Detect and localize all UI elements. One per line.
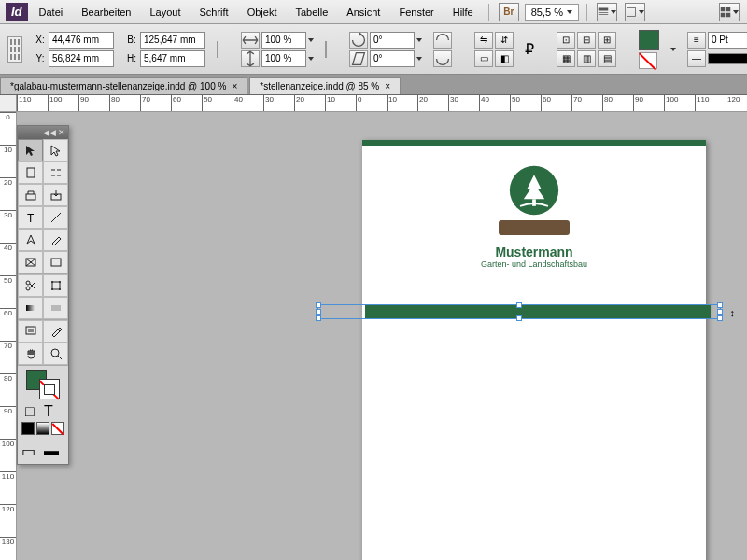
hand-tool[interactable] [18, 343, 43, 365]
scale-y-field[interactable]: 100 % [261, 50, 306, 67]
ruler-origin[interactable] [0, 95, 17, 112]
select-container-icon[interactable]: ▭ [474, 50, 493, 67]
rotation-field[interactable]: 0° [370, 32, 415, 49]
gap-tool[interactable] [43, 161, 68, 184]
menu-fenster[interactable]: Fenster [391, 4, 441, 21]
selection-handle[interactable] [717, 309, 723, 315]
selection-handle[interactable] [516, 302, 522, 308]
content-placer-tool[interactable] [43, 184, 68, 206]
apply-gradient-icon[interactable] [36, 422, 49, 435]
auto-fit-icon[interactable]: ▤ [598, 50, 616, 67]
menu-ansicht[interactable]: Ansicht [339, 4, 388, 21]
width-field[interactable]: 125,647 mm [140, 32, 205, 49]
stroke-swatch[interactable] [39, 379, 60, 399]
gradient-feather-tool[interactable] [43, 297, 68, 319]
zoom-level-dropdown[interactable]: 85,5 % [525, 4, 579, 21]
selected-frame[interactable]: ↕ [317, 304, 721, 319]
menu-layout[interactable]: Layout [142, 4, 188, 21]
menu-tabelle[interactable]: Tabelle [288, 4, 335, 21]
stroke-weight-icon: ≡ [687, 32, 706, 49]
constrain-scale-icon[interactable] [325, 41, 327, 58]
selection-tool[interactable] [18, 139, 43, 161]
menu-objekt[interactable]: Objekt [240, 4, 285, 21]
menu-hilfe[interactable]: Hilfe [445, 4, 481, 21]
scale-x-field[interactable]: 100 % [261, 32, 306, 49]
free-transform-tool[interactable] [43, 274, 68, 297]
resize-cursor-icon: ↕ [730, 307, 736, 318]
document-page[interactable]: Mustermann Garten- und Landschaftsbau [362, 140, 706, 560]
canvas[interactable]: Mustermann Garten- und Landschaftsbau ↕ [17, 112, 747, 560]
flip-v-icon[interactable]: ⇵ [495, 32, 514, 49]
menu-schrift[interactable]: Schrift [192, 4, 236, 21]
close-tab-icon[interactable]: × [232, 81, 237, 91]
flip-h-icon[interactable]: ⇋ [474, 32, 493, 49]
pen-tool[interactable] [18, 229, 43, 251]
gradient-swatch-tool[interactable] [18, 297, 43, 319]
document-tab[interactable]: *galabau-mustermann-stellenanzeige.indd … [0, 77, 247, 94]
fit-content-icon[interactable]: ⊡ [557, 32, 575, 49]
selection-handle[interactable] [717, 315, 723, 321]
direct-selection-tool[interactable] [43, 139, 68, 161]
vertical-ruler[interactable]: 0102030405060708090100110120130 [0, 112, 17, 560]
formatting-text-icon[interactable]: T [44, 403, 61, 418]
y-position-field[interactable]: 56,824 mm [49, 50, 114, 67]
svg-rect-18 [51, 259, 61, 266]
page-tool[interactable] [18, 161, 43, 184]
close-tab-icon[interactable]: × [385, 81, 390, 91]
selection-handle[interactable] [316, 315, 321, 321]
bridge-button[interactable]: Br [499, 3, 519, 21]
fill-color-swatch[interactable] [639, 30, 659, 50]
height-field[interactable]: 5,647 mm [140, 50, 205, 67]
selection-handle[interactable] [717, 302, 723, 308]
selection-handle[interactable] [516, 315, 522, 321]
svg-line-14 [51, 213, 61, 222]
stroke-style-field[interactable] [708, 53, 747, 64]
formatting-container-icon[interactable]: □ [25, 403, 42, 418]
tools-panel[interactable]: ◀◀✕ T [17, 125, 69, 465]
preview-mode-icon[interactable]: ▬ [44, 442, 64, 460]
selection-handle[interactable] [316, 309, 321, 315]
pencil-tool[interactable] [43, 229, 68, 251]
rectangle-frame-tool[interactable] [18, 251, 43, 273]
apply-none-icon[interactable] [51, 422, 64, 435]
menu-bearbeiten[interactable]: Bearbeiten [74, 4, 138, 21]
horizontal-ruler[interactable]: 1101009080706050403020100102030405060708… [17, 95, 747, 112]
select-content-icon[interactable]: ◧ [495, 50, 514, 67]
line-tool[interactable] [43, 206, 68, 229]
constrain-wh-icon[interactable] [217, 41, 218, 58]
rectangle-tool[interactable] [43, 251, 68, 273]
menu-datei[interactable]: Datei [32, 4, 71, 21]
rotate-ccw-icon[interactable] [433, 50, 452, 67]
apply-color-icon[interactable] [21, 422, 35, 435]
view-options-button[interactable] [597, 3, 617, 21]
reference-point-selector[interactable] [7, 36, 22, 63]
app-logo: Id [6, 3, 28, 21]
panel-title-bar[interactable]: ◀◀✕ [18, 126, 68, 139]
center-content-icon[interactable]: ⊞ [598, 32, 616, 49]
arrange-documents-button[interactable] [719, 3, 740, 21]
svg-rect-4 [721, 7, 726, 11]
selection-handle[interactable] [316, 302, 321, 308]
fill-stroke-swatch[interactable] [26, 370, 60, 399]
eyedropper-tool[interactable] [43, 320, 68, 343]
shear-field[interactable]: 0° [370, 50, 415, 67]
screen-mode-button[interactable] [625, 3, 645, 21]
stroke-weight-field[interactable]: 0 Pt [708, 32, 747, 49]
stroke-color-swatch[interactable] [639, 52, 657, 69]
fit-frame-icon[interactable]: ⊟ [577, 32, 596, 49]
logo-banner [499, 220, 570, 235]
fit-prop-icon[interactable]: ▥ [577, 50, 596, 67]
type-tool[interactable]: T [18, 206, 43, 229]
svg-rect-7 [726, 12, 731, 17]
normal-view-icon[interactable]: ▭ [21, 442, 42, 460]
svg-point-25 [59, 281, 61, 283]
scissors-tool[interactable] [18, 274, 43, 297]
note-tool[interactable] [18, 320, 43, 343]
document-tab[interactable]: *stellenanzeige.indd @ 85 %× [249, 77, 401, 94]
company-name: Mustermann [362, 245, 706, 259]
zoom-tool[interactable] [43, 343, 68, 365]
content-collector-tool[interactable] [18, 184, 43, 206]
rotate-cw-icon[interactable] [433, 32, 452, 49]
x-position-field[interactable]: 44,476 mm [49, 32, 114, 49]
fill-frame-icon[interactable]: ▦ [557, 50, 575, 67]
